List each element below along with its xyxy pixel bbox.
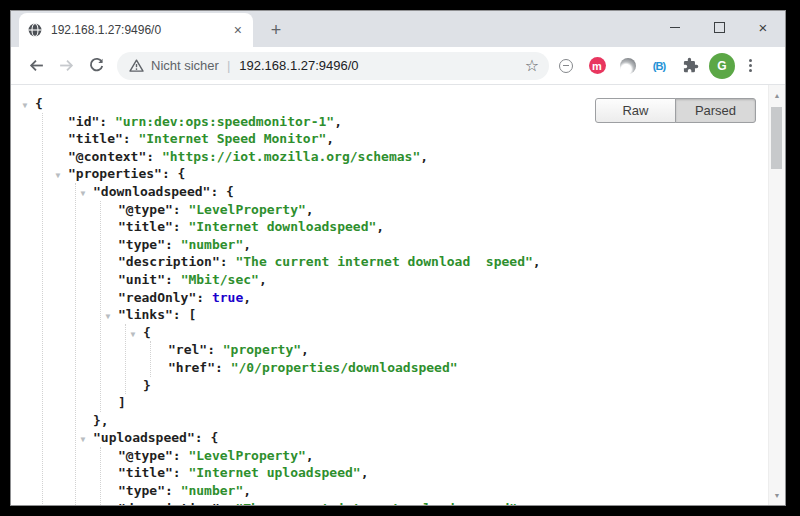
vertical-scrollbar[interactable]: ▲ ▼ [768, 85, 785, 505]
bookmark-star-icon[interactable]: ☆ [525, 58, 539, 74]
tab-title: 192.168.1.27:9496/0 [51, 23, 231, 37]
json-line: ▼"uploadspeed": { [93, 429, 768, 447]
json-children: ▼{"rel": "property","href": "/0/properti… [125, 324, 768, 394]
address-bar[interactable]: Nicht sicher | 192.168.1.27:9496/0 ☆ [117, 52, 549, 80]
scrollbar-down-icon[interactable]: ▼ [769, 487, 785, 503]
forward-icon [58, 57, 75, 74]
raw-parsed-toggle: Raw Parsed [595, 98, 756, 123]
json-line: "title": "Internet Speed Monitor", [68, 130, 768, 148]
window-controls: × [653, 11, 785, 43]
collapse-arrow-icon[interactable]: ▼ [52, 167, 64, 185]
collapse-arrow-icon[interactable]: ▼ [77, 431, 89, 449]
collapse-arrow-icon[interactable]: ▼ [127, 326, 139, 344]
close-icon: × [759, 20, 768, 35]
browser-window: 192.168.1.27:9496/0 × + × [10, 10, 786, 506]
address-separator: | [227, 58, 230, 73]
parsed-button[interactable]: Parsed [675, 98, 756, 123]
gray-ball-extension-icon[interactable] [619, 57, 637, 75]
json-line: "unit": "Mbit/sec", [118, 271, 768, 289]
collapse-arrow-icon[interactable]: ▼ [19, 97, 31, 115]
globe-icon [27, 22, 43, 38]
tab-close-icon[interactable]: × [231, 22, 245, 38]
desktop: { "browser": { "tab": { "title": "192.16… [0, 0, 800, 516]
collapse-arrow-icon[interactable]: ▼ [77, 185, 89, 203]
json-line: "@type": "LevelProperty", [118, 201, 768, 219]
json-children: "@type": "LevelProperty","title": "Inter… [100, 201, 768, 412]
extensions-row: m (B) [557, 57, 699, 75]
reload-icon [88, 57, 105, 74]
scrollbar-thumb[interactable] [771, 107, 782, 169]
json-children: "@type": "LevelProperty","title": "Inter… [100, 447, 768, 505]
json-line: "type": "number", [118, 236, 768, 254]
json-line: "description": "The current internet dow… [118, 253, 768, 271]
json-line: "rel": "property", [168, 341, 768, 359]
maximize-icon [714, 22, 725, 33]
kebab-menu-icon[interactable] [739, 52, 761, 80]
json-line: "title": "Internet uploadspeed", [118, 464, 768, 482]
url-text[interactable]: 192.168.1.27:9496/0 [239, 58, 524, 73]
reload-button[interactable] [81, 52, 111, 80]
extensions-puzzle-button[interactable] [681, 57, 699, 75]
puzzle-icon [682, 57, 699, 74]
json-line: "type": "number", [118, 482, 768, 500]
raw-button[interactable]: Raw [595, 98, 676, 123]
json-children: "rel": "property","href": "/0/properties… [150, 341, 768, 376]
json-tree: ▼{"id": "urn:dev:ops:speedmonitor-1","ti… [11, 85, 768, 505]
minimize-icon [670, 27, 680, 28]
json-children: "id": "urn:dev:ops:speedmonitor-1","titl… [42, 113, 768, 505]
minimize-button[interactable] [653, 11, 697, 43]
security-label[interactable]: Nicht sicher [151, 58, 219, 73]
blue-reader-icon: (B) [653, 60, 665, 72]
blue-reader-extension-icon[interactable]: (B) [650, 57, 668, 75]
json-line: "title": "Internet downloadspeed", [118, 218, 768, 236]
browser-toolbar: Nicht sicher | 192.168.1.27:9496/0 ☆ m (… [11, 47, 785, 85]
json-children: ▼"downloadspeed": {"@type": "LevelProper… [75, 183, 768, 505]
json-line: ▼"links": [ [118, 306, 768, 324]
json-line: "href": "/0/properties/downloadspeed" [168, 359, 768, 377]
new-tab-button[interactable]: + [263, 17, 289, 43]
json-line: ] [118, 394, 768, 412]
forward-button[interactable] [51, 52, 81, 80]
json-line: "@type": "LevelProperty", [118, 447, 768, 465]
json-line: ▼{ [143, 324, 768, 342]
warning-triangle-icon [129, 59, 144, 72]
maximize-button[interactable] [697, 11, 741, 43]
profile-avatar[interactable]: G [709, 53, 735, 79]
circle-dash-extension-icon[interactable] [557, 57, 575, 75]
json-line: "readOnly": true, [118, 289, 768, 307]
json-line: }, [93, 412, 768, 430]
gray-ball-icon [620, 58, 636, 74]
json-line: "description": "The current internet upl… [118, 500, 768, 505]
tab-strip: 192.168.1.27:9496/0 × + × [11, 11, 785, 47]
json-line: "@context": "https://iot.mozilla.org/sch… [68, 148, 768, 166]
pink-m-icon: m [589, 57, 606, 74]
close-button[interactable]: × [741, 11, 785, 43]
back-icon [28, 57, 45, 74]
scrollbar-up-icon[interactable]: ▲ [769, 87, 785, 103]
json-line: } [143, 377, 768, 395]
browser-tab[interactable]: 192.168.1.27:9496/0 × [19, 13, 253, 47]
pink-m-extension-icon[interactable]: m [588, 57, 606, 75]
collapse-arrow-icon[interactable]: ▼ [102, 308, 114, 326]
json-line: ▼"properties": { [68, 165, 768, 183]
json-line: ▼"downloadspeed": { [93, 183, 768, 201]
circle-dash-icon [559, 59, 573, 73]
page-content: ▼{"id": "urn:dev:ops:speedmonitor-1","ti… [11, 85, 785, 505]
back-button[interactable] [21, 52, 51, 80]
